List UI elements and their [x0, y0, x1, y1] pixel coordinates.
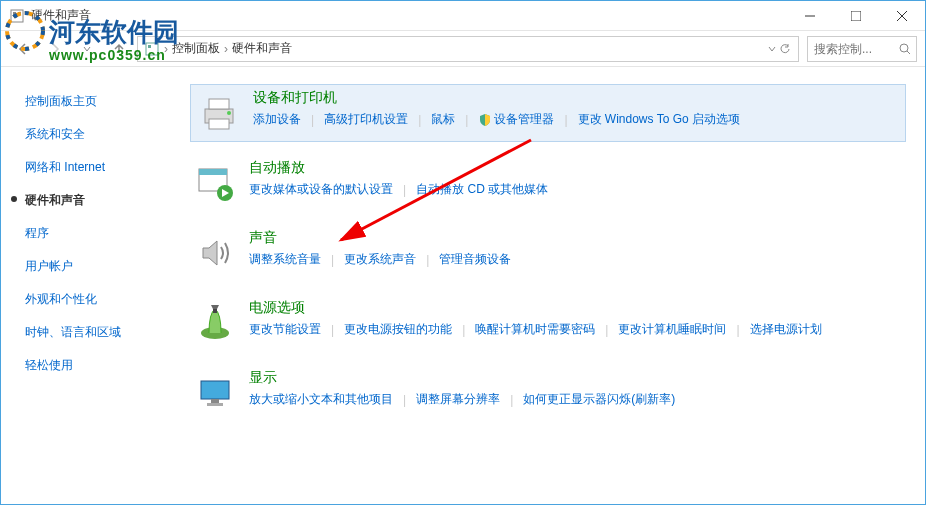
- sidebar-item-hardware-sound[interactable]: 硬件和声音: [25, 184, 191, 217]
- link-autoplay-cd[interactable]: 自动播放 CD 或其他媒体: [416, 181, 548, 198]
- control-panel-icon: [9, 8, 25, 24]
- power-icon: [191, 299, 239, 347]
- link-text-size[interactable]: 放大或缩小文本和其他项目: [249, 391, 393, 408]
- svg-rect-18: [199, 169, 227, 175]
- link-change-media-defaults[interactable]: 更改媒体或设备的默认设置: [249, 181, 393, 198]
- sidebar-item-programs[interactable]: 程序: [25, 217, 191, 250]
- main-content: 设备和打印机 添加设备| 高级打印机设置| 鼠标| 设备管理器| 更改 Wind…: [191, 67, 925, 504]
- maximize-button[interactable]: [833, 1, 879, 31]
- svg-point-16: [227, 111, 231, 115]
- svg-rect-4: [18, 12, 21, 15]
- toolbar: › 控制面板 › 硬件和声音: [1, 31, 925, 67]
- link-adjust-volume[interactable]: 调整系统音量: [249, 251, 321, 268]
- sidebar-item-appearance[interactable]: 外观和个性化: [25, 283, 191, 316]
- autoplay-icon: [191, 159, 239, 207]
- up-button[interactable]: [105, 35, 133, 63]
- forward-button[interactable]: [41, 35, 69, 63]
- category-autoplay: 自动播放 更改媒体或设备的默认设置| 自动播放 CD 或其他媒体: [191, 159, 905, 207]
- link-advanced-printer[interactable]: 高级打印机设置: [324, 111, 408, 128]
- category-title[interactable]: 电源选项: [249, 299, 905, 317]
- link-resolution[interactable]: 调整屏幕分辨率: [416, 391, 500, 408]
- link-change-power-saving[interactable]: 更改节能设置: [249, 321, 321, 338]
- chevron-right-icon: ›: [224, 42, 228, 56]
- svg-point-11: [900, 44, 908, 52]
- sidebar-item-network[interactable]: 网络和 Internet: [25, 151, 191, 184]
- shield-icon: [478, 113, 492, 127]
- sidebar-item-home[interactable]: 控制面板主页: [25, 85, 191, 118]
- link-change-sounds[interactable]: 更改系统声音: [344, 251, 416, 268]
- chevron-down-icon[interactable]: [768, 45, 776, 53]
- chevron-right-icon: ›: [164, 42, 168, 56]
- search-icon: [899, 43, 910, 55]
- category-title[interactable]: 设备和打印机: [253, 89, 901, 107]
- category-power-options: 电源选项 更改节能设置| 更改电源按钮的功能| 唤醒计算机时需要密码| 更改计算…: [191, 299, 905, 347]
- link-select-power-plan[interactable]: 选择电源计划: [750, 321, 822, 338]
- link-device-manager[interactable]: 设备管理器: [478, 111, 554, 128]
- sidebar-item-ease-of-access[interactable]: 轻松使用: [25, 349, 191, 382]
- titlebar: 硬件和声音: [1, 1, 925, 31]
- link-wake-password[interactable]: 唤醒计算机时需要密码: [475, 321, 595, 338]
- control-panel-icon: [144, 41, 160, 57]
- svg-rect-9: [146, 43, 158, 55]
- window-title: 硬件和声音: [31, 7, 787, 24]
- sidebar-item-clock-region[interactable]: 时钟、语言和区域: [25, 316, 191, 349]
- history-button[interactable]: [73, 35, 101, 63]
- speaker-icon: [191, 229, 239, 277]
- sidebar: 控制面板主页 系统和安全 网络和 Internet 硬件和声音 程序 用户帐户 …: [1, 67, 191, 504]
- link-power-button[interactable]: 更改电源按钮的功能: [344, 321, 452, 338]
- svg-rect-15: [209, 119, 229, 129]
- search-box[interactable]: [807, 36, 917, 62]
- svg-line-12: [907, 51, 910, 54]
- back-button[interactable]: [9, 35, 37, 63]
- breadcrumb-control-panel[interactable]: 控制面板: [172, 40, 220, 57]
- link-mouse[interactable]: 鼠标: [431, 111, 455, 128]
- category-sound: 声音 调整系统音量| 更改系统声音| 管理音频设备: [191, 229, 905, 277]
- link-sleep-time[interactable]: 更改计算机睡眠时间: [618, 321, 726, 338]
- category-title[interactable]: 声音: [249, 229, 905, 247]
- sidebar-item-user-accounts[interactable]: 用户帐户: [25, 250, 191, 283]
- svg-rect-3: [13, 12, 16, 15]
- link-manage-audio[interactable]: 管理音频设备: [439, 251, 511, 268]
- svg-rect-22: [201, 381, 229, 399]
- category-title[interactable]: 自动播放: [249, 159, 905, 177]
- minimize-button[interactable]: [787, 1, 833, 31]
- refresh-icon[interactable]: [778, 42, 792, 56]
- svg-rect-6: [851, 11, 861, 21]
- breadcrumb-current[interactable]: 硬件和声音: [232, 40, 292, 57]
- link-windows-to-go[interactable]: 更改 Windows To Go 启动选项: [578, 111, 740, 128]
- printer-icon: [195, 89, 243, 137]
- svg-rect-24: [207, 403, 223, 406]
- breadcrumb[interactable]: › 控制面板 › 硬件和声音: [137, 36, 799, 62]
- display-icon: [191, 369, 239, 417]
- svg-rect-2: [11, 10, 23, 22]
- close-button[interactable]: [879, 1, 925, 31]
- category-display: 显示 放大或缩小文本和其他项目| 调整屏幕分辨率| 如何更正显示器闪烁(刷新率): [191, 369, 905, 417]
- link-add-device[interactable]: 添加设备: [253, 111, 301, 128]
- category-devices-printers: 设备和打印机 添加设备| 高级打印机设置| 鼠标| 设备管理器| 更改 Wind…: [191, 85, 905, 141]
- link-refresh-rate[interactable]: 如何更正显示器闪烁(刷新率): [523, 391, 675, 408]
- svg-rect-23: [211, 399, 219, 403]
- svg-rect-10: [148, 45, 151, 48]
- svg-rect-14: [209, 99, 229, 109]
- sidebar-item-system-security[interactable]: 系统和安全: [25, 118, 191, 151]
- search-input[interactable]: [814, 42, 899, 56]
- category-title[interactable]: 显示: [249, 369, 905, 387]
